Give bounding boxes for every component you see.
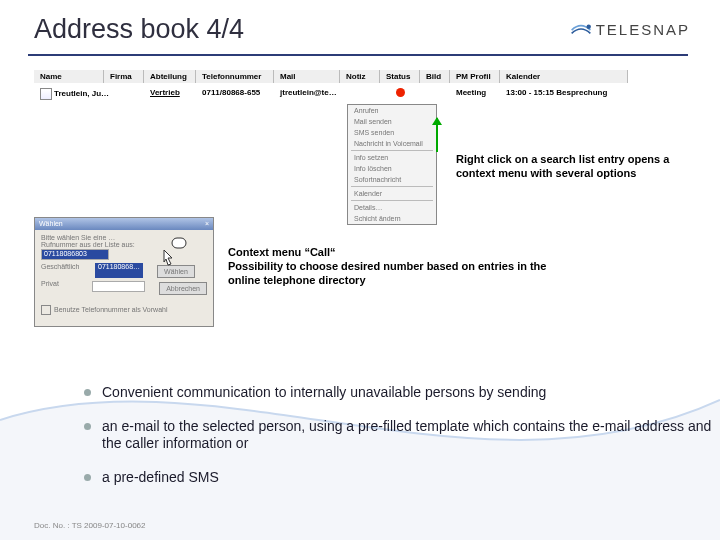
dial-button[interactable]: Wählen <box>157 265 195 278</box>
dial-dialog: Wählen × Bitte wählen Sie eine … Rufnumm… <box>34 217 214 327</box>
svg-rect-1 <box>172 238 186 248</box>
caption-dial-dialog: Context menu “Call“ Possibility to choos… <box>228 246 548 287</box>
table-header: Name Firma Abteilung Telefonnummer Mail … <box>34 70 628 83</box>
bullet-item: Convenient communication to internally u… <box>84 384 720 402</box>
ctx-item[interactable]: Schicht ändern <box>348 213 436 224</box>
ctx-item[interactable]: Nachricht in Voicemail <box>348 138 436 149</box>
person-icon <box>40 88 52 100</box>
ctx-sep <box>351 186 433 187</box>
cell-notiz <box>340 86 380 102</box>
title-underline <box>28 54 688 56</box>
table-row[interactable]: Treutlein, Ju… Vertrieb 0711/80868-655 j… <box>34 86 628 102</box>
bullet-list: Convenient communication to internally u… <box>44 384 720 502</box>
status-busy-icon <box>396 88 405 97</box>
bullet-item: an e-mail to the selected person, using … <box>84 418 720 453</box>
th-bild[interactable]: Bild <box>420 70 450 83</box>
ctx-item[interactable]: Sofortnachricht <box>348 174 436 185</box>
th-abteilung[interactable]: Abteilung <box>144 70 196 83</box>
cursor-icon <box>160 236 190 266</box>
ctx-item[interactable]: Info setzen <box>348 152 436 163</box>
page-title: Address book 4/4 <box>34 14 244 45</box>
logo-icon <box>570 18 592 40</box>
ctx-item[interactable]: Anrufen <box>348 105 436 116</box>
th-pmprofil[interactable]: PM Profil <box>450 70 500 83</box>
th-firma[interactable]: Firma <box>104 70 144 83</box>
checkbox[interactable] <box>41 305 51 315</box>
cell-abteilung: Vertrieb <box>144 86 196 102</box>
ctx-item[interactable]: Info löschen <box>348 163 436 174</box>
arrow-icon <box>436 118 438 152</box>
field-value-empty[interactable] <box>92 281 145 292</box>
caption-context-menu: Right click on a search list entry opens… <box>456 153 686 181</box>
th-mail[interactable]: Mail <box>274 70 340 83</box>
checkbox-label: Benutze Telefonnummer als Vorwahl <box>54 306 168 313</box>
cell-telefon: 0711/80868-655 <box>196 86 274 102</box>
svg-point-0 <box>586 25 590 29</box>
th-notiz[interactable]: Notiz <box>340 70 380 83</box>
bullet-item: a pre-defined SMS <box>84 469 720 487</box>
ctx-item[interactable]: Kalender <box>348 188 436 199</box>
cell-bild <box>420 86 450 102</box>
cell-status <box>380 86 420 102</box>
cell-mail: jtreutlein@te… <box>274 86 340 102</box>
cancel-button[interactable]: Abbrechen <box>159 282 207 295</box>
context-menu: Anrufen Mail senden SMS senden Nachricht… <box>347 104 437 225</box>
ctx-item[interactable]: SMS senden <box>348 127 436 138</box>
number-input[interactable]: 07118086803 <box>41 249 109 260</box>
ctx-item[interactable]: Details… <box>348 202 436 213</box>
ctx-item[interactable]: Mail senden <box>348 116 436 127</box>
doc-number: Doc. No. : TS 2009-07-10-0062 <box>34 521 145 530</box>
slide: Address book 4/4 TELESNAP Name Firma Abt… <box>0 0 720 540</box>
logo: TELESNAP <box>570 18 690 40</box>
th-telefon[interactable]: Telefonnummer <box>196 70 274 83</box>
dialog-title: Wählen <box>39 218 63 230</box>
th-name[interactable]: Name <box>34 70 104 83</box>
cell-pmprofil: Meeting <box>450 86 500 102</box>
cell-kalender: 13:00 - 15:15 Besprechung <box>500 86 628 102</box>
th-kalender[interactable]: Kalender <box>500 70 628 83</box>
dialog-titlebar[interactable]: Wählen × <box>35 218 213 230</box>
th-status[interactable]: Status <box>380 70 420 83</box>
cell-firma <box>104 86 144 102</box>
field-label: Geschäftlich <box>41 263 91 278</box>
close-icon[interactable]: × <box>205 218 209 230</box>
field-label: Privat <box>41 280 88 295</box>
cell-name: Treutlein, Ju… <box>54 89 109 98</box>
field-value[interactable]: 071180868… <box>95 263 143 278</box>
ctx-sep <box>351 150 433 151</box>
logo-text: TELESNAP <box>596 21 690 38</box>
ctx-sep <box>351 200 433 201</box>
